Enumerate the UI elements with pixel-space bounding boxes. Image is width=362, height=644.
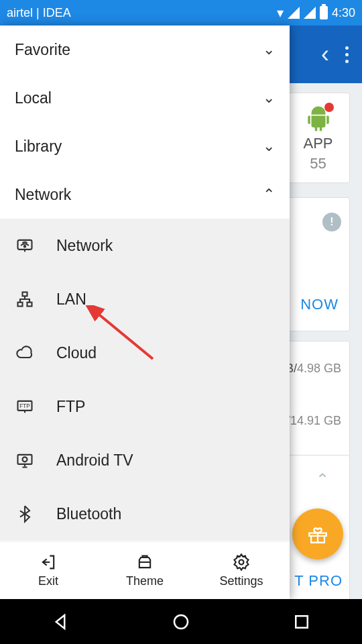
card-app-count: 55 [310,155,326,172]
section-network[interactable]: Network ⌃ [0,170,290,219]
item-label: Network [56,237,113,255]
footer-label: Settings [219,574,263,588]
nav-home-icon[interactable] [171,612,191,632]
item-label: LAN [56,290,86,309]
section-label: Network [15,186,71,204]
network-subsection: Network LAN Cloud FTP FTP Android TV [0,219,290,541]
nav-back-icon[interactable] [50,612,70,632]
ftp-icon: FTP [15,396,35,417]
drawer-footer: Exit Theme Settings [0,541,290,599]
exit-icon [39,553,58,572]
clock: 4:30 [332,6,355,20]
svg-rect-2 [23,292,27,297]
svg-text:FTP: FTP [19,403,30,409]
svg-point-11 [174,615,188,629]
settings-button[interactable]: Settings [193,542,290,599]
lan-icon [15,289,35,309]
android-icon [304,104,333,132]
item-label: Bluetooth [56,505,121,523]
svg-rect-4 [27,303,32,307]
android-navbar [0,599,362,644]
theme-icon [135,553,154,572]
chevron-up-icon: ⌃ [316,470,329,489]
svg-rect-7 [18,455,32,464]
storage-line-2: /14.91 GB [287,414,341,428]
item-ftp[interactable]: FTP FTP [0,380,290,433]
navigation-drawer: Favorite ⌄ Local ⌄ Library ⌄ Network ⌃ N… [0,25,290,599]
chevron-down-icon: ⌄ [263,89,275,107]
item-label: FTP [56,398,85,416]
section-favorite[interactable]: Favorite ⌄ [0,25,290,74]
card-app[interactable]: APP 55 [286,93,350,183]
back-icon[interactable]: ‹ [321,40,329,68]
chevron-down-icon: ⌄ [263,41,275,58]
status-bar: airtel | IDEA ▾ 4:30 [0,0,362,25]
section-label: Favorite [15,41,70,59]
item-lan[interactable]: LAN [0,272,290,326]
notification-dot [324,103,334,112]
settings-icon [232,553,251,572]
tv-icon [15,450,35,470]
footer-label: Exit [38,574,58,588]
section-label: Library [15,138,62,156]
item-bluetooth[interactable]: Bluetooth [0,487,290,541]
chevron-up-icon: ⌃ [263,186,275,203]
section-library[interactable]: Library ⌄ [0,122,290,170]
chevron-down-icon: ⌄ [263,138,275,155]
signal-icon-2 [304,7,316,19]
item-label: Android TV [56,451,133,470]
nav-recent-icon[interactable] [292,612,312,632]
svg-point-9 [239,560,244,565]
fab-gift[interactable] [292,508,343,559]
item-android-tv[interactable]: Android TV [0,433,290,487]
footer-label: Theme [126,574,164,588]
overflow-menu-icon[interactable] [345,46,349,63]
network-icon [15,235,35,256]
storage-line-1: B/4.98 GB [286,362,341,376]
theme-button[interactable]: Theme [97,542,193,599]
promo-cta: NOW [300,296,339,313]
bluetooth-icon [15,504,35,524]
exit-button[interactable]: Exit [0,542,97,599]
pro-label: T PRO [294,572,343,590]
card-app-label: APP [303,135,333,152]
svg-point-8 [23,457,27,462]
card-promo[interactable]: ! NOW [286,197,350,331]
svg-point-1 [24,246,25,247]
cloud-icon [15,343,35,363]
carrier-label: airtel | IDEA [7,6,277,20]
svg-rect-3 [18,303,23,307]
signal-icon-1 [288,7,300,19]
section-label: Local [15,89,52,107]
wifi-icon: ▾ [277,6,284,19]
section-local[interactable]: Local ⌄ [0,74,290,122]
battery-icon [320,6,328,19]
item-label: Cloud [56,344,97,362]
svg-rect-12 [296,616,308,628]
item-network[interactable]: Network [0,219,290,272]
item-cloud[interactable]: Cloud [0,326,290,380]
info-icon: ! [322,213,341,231]
